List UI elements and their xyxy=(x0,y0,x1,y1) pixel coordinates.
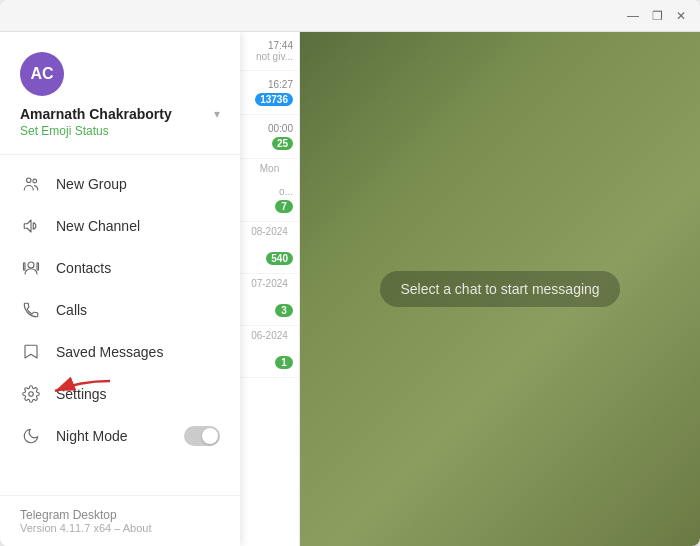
date-separator: 07-2024 xyxy=(240,274,299,293)
people-icon xyxy=(20,173,42,195)
minimize-button[interactable]: — xyxy=(622,5,644,27)
unread-badge: 13736 xyxy=(255,93,293,106)
contacts-label: Contacts xyxy=(56,260,220,276)
svg-rect-4 xyxy=(37,263,39,271)
menu-item-new-channel[interactable]: New Channel xyxy=(0,205,240,247)
settings-icon xyxy=(20,383,42,405)
svg-rect-3 xyxy=(24,263,26,271)
version-info[interactable]: Version 4.11.7 x64 – About xyxy=(20,522,220,534)
unread-badge: 7 xyxy=(275,200,293,213)
restore-button[interactable]: ❐ xyxy=(646,5,668,27)
menu-footer: Telegram Desktop Version 4.11.7 x64 – Ab… xyxy=(0,495,240,546)
profile-name: Amarnath Chakraborty xyxy=(20,106,172,122)
app-window: — ❐ ✕ AC Amarnath Chakraborty ▾ Set Emoj… xyxy=(0,0,700,546)
date-separator: 06-2024 xyxy=(240,326,299,345)
calls-icon xyxy=(20,299,42,321)
calls-label: Calls xyxy=(56,302,220,318)
unread-badge: 3 xyxy=(275,304,293,317)
list-item[interactable]: 1 xyxy=(240,345,299,378)
list-item[interactable]: 00:00 25 xyxy=(240,115,299,159)
saved-messages-label: Saved Messages xyxy=(56,344,220,360)
menu-item-night-mode[interactable]: Night Mode xyxy=(0,415,240,457)
date-separator: 08-2024 xyxy=(240,222,299,241)
unread-badge: 540 xyxy=(266,252,293,265)
avatar: AC xyxy=(20,52,64,96)
main-content: AC Amarnath Chakraborty ▾ Set Emoji Stat… xyxy=(0,32,700,546)
menu-item-contacts[interactable]: Contacts xyxy=(0,247,240,289)
contacts-icon xyxy=(20,257,42,279)
svg-point-2 xyxy=(28,262,34,268)
chevron-down-icon: ▾ xyxy=(214,107,220,121)
empty-chat-message: Select a chat to start messaging xyxy=(380,271,619,307)
profile-section[interactable]: AC Amarnath Chakraborty ▾ Set Emoji Stat… xyxy=(0,32,240,155)
menu-items: New Group New Channel Contacts xyxy=(0,155,240,495)
list-item[interactable]: 16:27 13736 xyxy=(240,71,299,115)
megaphone-icon xyxy=(20,215,42,237)
chat-list: 17:44 not giv... 16:27 13736 00:00 25 Mo… xyxy=(240,32,300,546)
menu-item-settings[interactable]: Settings xyxy=(0,373,240,415)
unread-badge: 1 xyxy=(275,356,293,369)
night-mode-toggle[interactable] xyxy=(184,426,220,446)
profile-name-row: Amarnath Chakraborty ▾ xyxy=(20,106,220,122)
app-name: Telegram Desktop xyxy=(20,508,220,522)
new-group-label: New Group xyxy=(56,176,220,192)
titlebar: — ❐ ✕ xyxy=(0,0,700,32)
bookmark-icon xyxy=(20,341,42,363)
moon-icon xyxy=(20,425,42,447)
list-item[interactable]: 540 xyxy=(240,241,299,274)
svg-point-1 xyxy=(33,179,37,183)
settings-label: Settings xyxy=(56,386,220,402)
night-mode-label: Night Mode xyxy=(56,428,184,444)
sidebar-menu: AC Amarnath Chakraborty ▾ Set Emoji Stat… xyxy=(0,32,240,546)
svg-point-5 xyxy=(29,392,34,397)
main-chat-view: Select a chat to start messaging xyxy=(300,32,700,546)
date-separator: Mon xyxy=(240,159,299,178)
new-channel-label: New Channel xyxy=(56,218,220,234)
chat-area: 17:44 not giv... 16:27 13736 00:00 25 Mo… xyxy=(240,32,700,546)
menu-item-calls[interactable]: Calls xyxy=(0,289,240,331)
list-item[interactable]: 3 xyxy=(240,293,299,326)
unread-badge: 25 xyxy=(272,137,293,150)
list-item[interactable]: 17:44 not giv... xyxy=(240,32,299,71)
emoji-status-button[interactable]: Set Emoji Status xyxy=(20,124,220,138)
svg-point-0 xyxy=(27,178,32,183)
list-item[interactable]: o... 7 xyxy=(240,178,299,222)
menu-item-saved-messages[interactable]: Saved Messages xyxy=(0,331,240,373)
menu-item-new-group[interactable]: New Group xyxy=(0,163,240,205)
close-button[interactable]: ✕ xyxy=(670,5,692,27)
